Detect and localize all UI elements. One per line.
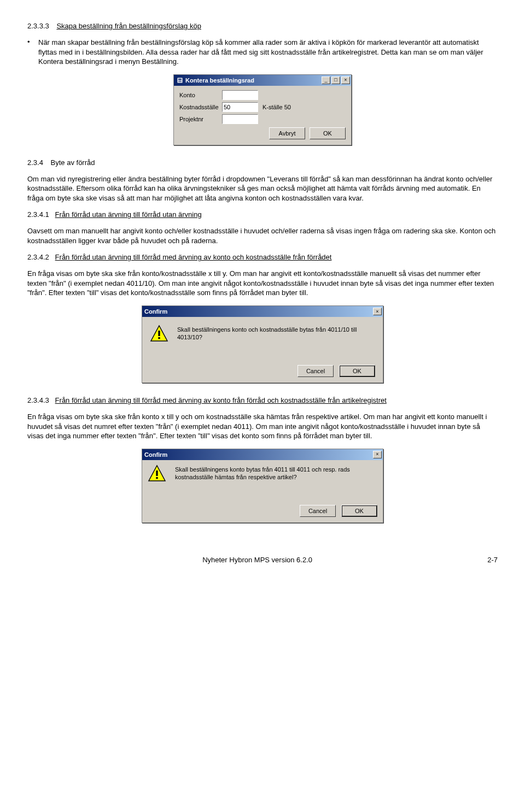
maximize-button[interactable]: □ — [331, 77, 340, 84]
dialog-confirm-2: Confirm × Skall beställningens konto byt… — [142, 449, 383, 523]
heading-number: 2.3.4.1 — [27, 210, 49, 219]
bullet-list: • När man skapar beställning från bestäl… — [27, 38, 498, 67]
avbryt-button[interactable]: Avbryt — [269, 127, 305, 139]
dialog-title: Kontera beställningsrad — [185, 77, 320, 84]
titlebar: Confirm × — [142, 306, 383, 317]
button-row: Cancel OK — [148, 505, 377, 517]
label-konto: Konto — [179, 92, 222, 98]
row-projektnr: Projektnr — [179, 114, 346, 124]
heading-2343: 2.3.4.3 Från förråd utan ärvning till fö… — [27, 396, 498, 404]
svg-rect-5 — [158, 331, 160, 336]
close-button[interactable]: × — [373, 308, 382, 315]
cancel-button[interactable]: Cancel — [298, 365, 334, 377]
heading-2333: 2.3.3.3 Skapa beställning från beställni… — [27, 22, 498, 30]
warning-icon — [148, 464, 166, 483]
cancel-button[interactable]: Cancel — [300, 505, 336, 517]
footer-page: 2-7 — [487, 556, 498, 564]
paragraph: Oavsett om man manuellt har angivit kont… — [27, 226, 498, 245]
dialog-body: Konto Kostnadsställe 50 K-ställe 50 Proj… — [174, 86, 351, 145]
dialog-body: Skall beställningens konto och kostnadss… — [142, 317, 383, 383]
page-footer: Nyheter Hybron MPS version 6.2.0 2-7 — [27, 556, 498, 564]
dialog-confirm-1: Confirm × Skall beställningens konto och… — [142, 305, 383, 383]
heading-title: Skapa beställning från beställningsförsl… — [56, 22, 201, 30]
dialog-body: Skall beställningens konto bytas från 40… — [142, 460, 383, 522]
heading-number: 2.3.4 — [27, 158, 43, 167]
svg-rect-2 — [178, 80, 182, 81]
heading-title: Byte av förråd — [51, 158, 95, 167]
button-row: Cancel OK — [150, 365, 375, 377]
confirm-message: Skall beställningens konto och kostnadss… — [177, 325, 375, 342]
confirm-row: Skall beställningens konto bytas från 40… — [148, 464, 377, 483]
input-kostnadsstalle[interactable]: 50 — [222, 102, 258, 112]
row-konto: Konto — [179, 90, 346, 100]
bullet-item: • När man skapar beställning från bestäl… — [27, 38, 498, 67]
row-kostnadsstalle: Kostnadsställe 50 K-ställe 50 — [179, 102, 346, 112]
confirm-row: Skall beställningens konto och kostnadss… — [150, 325, 375, 343]
paragraph: En fråga visas om byte ska ske från kont… — [27, 412, 498, 441]
dialog-title: Confirm — [144, 308, 372, 315]
button-row: Avbryt OK — [179, 127, 346, 139]
ok-button[interactable]: OK — [339, 365, 375, 377]
titlebar: Confirm × — [142, 449, 383, 460]
heading-number: 2.3.3.3 — [27, 22, 49, 30]
label-kostnadsstalle: Kostnadsställe — [179, 104, 222, 110]
heading-title: Från förråd utan ärvning till förråd med… — [55, 253, 332, 261]
input-projektnr[interactable] — [222, 114, 258, 124]
dialog-kontera: Kontera beställningsrad _ □ × Konto Kost… — [173, 74, 352, 145]
heading-2341: 2.3.4.1 Från förråd utan ärvning till fö… — [27, 210, 498, 219]
label-projektnr: Projektnr — [179, 116, 222, 122]
ok-button[interactable]: OK — [310, 127, 346, 139]
footer-center: Nyheter Hybron MPS version 6.2.0 — [202, 556, 312, 564]
heading-2342: 2.3.4.2 Från förråd utan ärvning till fö… — [27, 253, 498, 261]
heading-title: Från förråd utan ärvning till förråd med… — [55, 396, 387, 404]
bullet-text: När man skapar beställning från beställn… — [38, 38, 498, 67]
heading-234: 2.3.4 Byte av förråd — [27, 158, 498, 167]
svg-rect-3 — [178, 81, 182, 82]
svg-rect-8 — [156, 470, 158, 476]
app-icon — [176, 77, 184, 84]
confirm-message: Skall beställningens konto bytas från 40… — [175, 464, 377, 481]
heading-number: 2.3.4.2 — [27, 253, 49, 261]
kst-name: K-ställe 50 — [262, 104, 291, 110]
close-button[interactable]: × — [341, 77, 350, 84]
heading-number: 2.3.4.3 — [27, 396, 49, 404]
dialog-title: Confirm — [144, 451, 372, 458]
svg-rect-6 — [158, 337, 160, 339]
bullet-dot: • — [27, 38, 38, 67]
input-konto[interactable] — [222, 90, 258, 100]
svg-rect-9 — [156, 477, 158, 479]
warning-icon — [150, 325, 168, 343]
ok-button[interactable]: OK — [341, 505, 377, 517]
paragraph: Om man vid nyregistrering eller ändra be… — [27, 174, 498, 203]
minimize-button[interactable]: _ — [322, 77, 330, 84]
svg-rect-1 — [178, 79, 182, 80]
heading-title: Från förråd utan ärvning till förråd uta… — [55, 210, 202, 219]
paragraph: En fråga visas om byte ska ske från kont… — [27, 269, 498, 298]
close-button[interactable]: × — [373, 451, 382, 458]
titlebar: Kontera beställningsrad _ □ × — [174, 75, 351, 86]
